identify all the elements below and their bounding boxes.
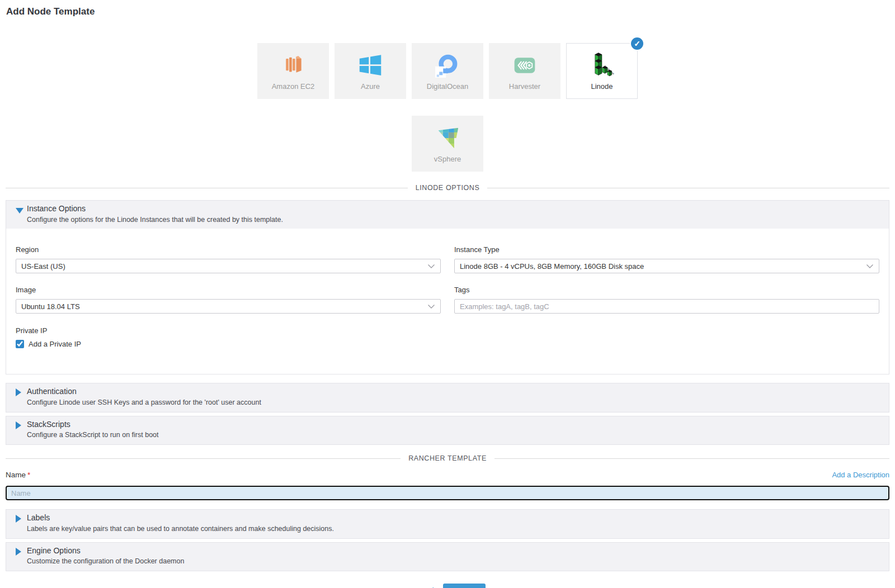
accordion-description: Configure a StackScript to run on first … bbox=[27, 430, 881, 440]
accordion-description: Configure the options for the Linode Ins… bbox=[27, 215, 881, 225]
provider-label: Harvester bbox=[509, 83, 540, 90]
harvester-icon bbox=[512, 52, 537, 78]
triangle-right-icon bbox=[16, 548, 21, 556]
instance-options-body: Region US-East (US) Instance Type Linode… bbox=[6, 229, 889, 374]
name-label-text: Name bbox=[6, 471, 26, 479]
tags-label: Tags bbox=[454, 286, 879, 293]
chevron-down-icon bbox=[427, 264, 435, 269]
triangle-right-icon bbox=[16, 421, 21, 429]
triangle-down-icon bbox=[16, 208, 23, 214]
provider-label: Azure bbox=[361, 83, 380, 90]
provider-label: DigitalOcean bbox=[427, 83, 468, 90]
digitalocean-icon bbox=[435, 52, 460, 78]
linode-icon: linode.com bbox=[589, 52, 615, 78]
accordion-header-stackscripts[interactable]: StackScripts Configure a StackScript to … bbox=[6, 416, 889, 444]
accordion-header-engine-options[interactable]: Engine Options Customize the configurati… bbox=[6, 543, 889, 571]
vsphere-icon bbox=[435, 125, 460, 150]
accordion-authentication: Authentication Configure Linode user SSH… bbox=[6, 383, 889, 412]
image-select[interactable]: Ubuntu 18.04 LTS bbox=[16, 299, 441, 314]
tags-input[interactable] bbox=[454, 299, 879, 314]
region-label: Region bbox=[16, 246, 441, 253]
required-asterisk: * bbox=[27, 471, 30, 479]
provider-card-amazon-ec2[interactable]: Amazon EC2 bbox=[257, 43, 329, 99]
private-ip-checkbox-row[interactable]: Add a Private IP bbox=[16, 340, 879, 348]
provider-card-harvester[interactable]: Harvester bbox=[489, 43, 560, 99]
azure-icon bbox=[358, 52, 383, 78]
triangle-right-icon bbox=[16, 388, 21, 396]
private-ip-label: Private IP bbox=[16, 327, 879, 334]
accordion-stackscripts: StackScripts Configure a StackScript to … bbox=[6, 416, 889, 445]
accordion-engine-options: Engine Options Customize the configurati… bbox=[6, 542, 889, 571]
accordion-title: Authentication bbox=[27, 387, 881, 397]
accordion-description: Customize the configuration of the Docke… bbox=[27, 557, 881, 566]
name-label: Name* bbox=[6, 471, 30, 479]
provider-card-digitalocean[interactable]: DigitalOcean bbox=[412, 43, 483, 99]
image-label: Image bbox=[16, 286, 441, 293]
region-select[interactable]: US-East (US) bbox=[16, 259, 441, 273]
provider-label: Linode bbox=[591, 83, 613, 90]
provider-label: Amazon EC2 bbox=[272, 83, 315, 90]
private-ip-checkbox[interactable] bbox=[16, 340, 24, 348]
name-input[interactable] bbox=[6, 486, 889, 500]
accordion-description: Configure Linode user SSH Keys and a pas… bbox=[27, 398, 881, 407]
linode-options-divider: LINODE OPTIONS bbox=[6, 184, 889, 192]
instance-type-value: Linode 8GB - 4 vCPUs, 8GB Memory, 160GB … bbox=[460, 262, 644, 271]
name-field-header: Name* Add a Description bbox=[6, 471, 889, 479]
private-ip-checkbox-label: Add a Private IP bbox=[29, 340, 81, 348]
page-title: Add Node Template bbox=[6, 0, 889, 17]
add-node-template-page: Add Node Template Amazon EC2 bbox=[0, 0, 895, 588]
provider-label: vSphere bbox=[434, 155, 461, 163]
provider-grid: Amazon EC2 Azure bbox=[6, 43, 889, 172]
region-value: US-East (US) bbox=[21, 262, 65, 271]
instance-type-label: Instance Type bbox=[454, 246, 879, 253]
accordion-description: Labels are key/value pairs that can be u… bbox=[27, 524, 881, 534]
accordion-header-instance-options[interactable]: Instance Options Configure the options f… bbox=[6, 201, 889, 229]
triangle-right-icon bbox=[16, 515, 21, 523]
accordion-title: Instance Options bbox=[27, 204, 881, 214]
image-value: Ubuntu 18.04 LTS bbox=[21, 302, 80, 311]
provider-card-azure[interactable]: Azure bbox=[335, 43, 406, 99]
accordion-title: StackScripts bbox=[27, 420, 881, 430]
accordion-title: Engine Options bbox=[27, 546, 881, 556]
accordion-instance-options: Instance Options Configure the options f… bbox=[6, 200, 889, 374]
selected-check-icon: ✓ bbox=[630, 36, 644, 51]
provider-card-linode[interactable]: ✓ bbox=[566, 43, 638, 99]
accordion-title: Labels bbox=[27, 513, 881, 523]
provider-row-1: Amazon EC2 Azure bbox=[6, 43, 889, 99]
accordion-header-labels[interactable]: Labels Labels are key/value pairs that c… bbox=[6, 510, 889, 538]
footer-actions: Cancel Create bbox=[6, 584, 889, 588]
create-button[interactable]: Create bbox=[443, 584, 486, 588]
provider-card-vsphere[interactable]: vSphere bbox=[412, 116, 483, 172]
add-description-link[interactable]: Add a Description bbox=[832, 471, 889, 479]
instance-type-select[interactable]: Linode 8GB - 4 vCPUs, 8GB Memory, 160GB … bbox=[454, 259, 879, 273]
rancher-template-divider: RANCHER TEMPLATE bbox=[6, 454, 889, 462]
chevron-down-icon bbox=[866, 264, 874, 269]
provider-row-2: vSphere bbox=[6, 116, 889, 172]
amazon-ec2-icon bbox=[281, 52, 305, 78]
chevron-down-icon bbox=[427, 304, 435, 309]
accordion-header-authentication[interactable]: Authentication Configure Linode user SSH… bbox=[6, 383, 889, 411]
accordion-labels: Labels Labels are key/value pairs that c… bbox=[6, 509, 889, 538]
